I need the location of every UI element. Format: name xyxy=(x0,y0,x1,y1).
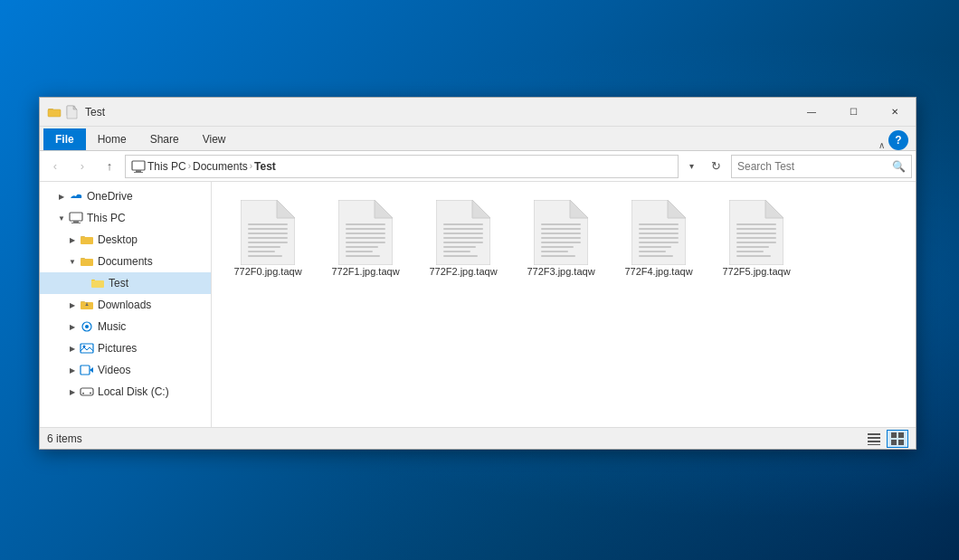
status-count: 6 items xyxy=(47,432,863,445)
path-computer-icon xyxy=(131,159,146,174)
svg-rect-21 xyxy=(91,280,104,288)
nav-expand-desktop[interactable]: ▶ xyxy=(65,233,80,247)
onedrive-icon xyxy=(69,189,83,204)
file-item-5[interactable]: 772F5.jpg.taqw xyxy=(711,193,802,285)
pc-icon xyxy=(69,211,83,225)
nav-item-downloads[interactable]: ▶ Downloads xyxy=(40,294,211,316)
nav-expand-documents[interactable]: ▼ xyxy=(65,254,80,269)
svg-rect-72 xyxy=(541,246,574,248)
file-label-1: 772F1.jpg.taqw xyxy=(331,265,399,278)
path-documents: Documents › xyxy=(193,160,252,173)
nav-expand-music[interactable]: ▶ xyxy=(65,319,80,334)
svg-point-27 xyxy=(85,325,89,328)
svg-rect-64 xyxy=(443,255,478,257)
nav-expand-pictures[interactable]: ▶ xyxy=(65,341,80,356)
tab-file[interactable]: File xyxy=(43,128,86,150)
tab-home[interactable]: Home xyxy=(86,128,138,150)
file-label-2: 772F2.jpg.taqw xyxy=(429,265,497,278)
nav-item-documents[interactable]: ▼ Documents xyxy=(40,251,211,272)
path-thispc: This PC › xyxy=(147,160,191,173)
svg-rect-33 xyxy=(82,393,84,394)
svg-rect-62 xyxy=(443,246,476,248)
localdisk-icon xyxy=(80,384,94,399)
svg-rect-87 xyxy=(736,223,776,225)
file-item-2[interactable]: 772F2.jpg.taqw xyxy=(418,193,508,285)
svg-marker-36 xyxy=(277,200,295,218)
ribbon-expand-icon[interactable]: ∧ xyxy=(875,140,888,150)
svg-rect-92 xyxy=(736,246,769,248)
nav-item-test[interactable]: ▶ Test xyxy=(40,272,211,294)
nav-item-localdisk[interactable]: ▶ Local Disk (C:) xyxy=(40,381,211,403)
svg-rect-61 xyxy=(443,242,483,243)
nav-label-music: Music xyxy=(98,320,126,333)
tab-view[interactable]: View xyxy=(191,128,238,150)
svg-rect-42 xyxy=(248,246,280,248)
svg-rect-91 xyxy=(736,242,776,243)
svg-rect-44 xyxy=(248,255,282,257)
file-item-1[interactable]: 772F1.jpg.taqw xyxy=(320,193,411,285)
large-icons-view-button[interactable] xyxy=(887,430,908,448)
nav-expand-videos[interactable]: ▶ xyxy=(65,363,80,377)
svg-rect-67 xyxy=(541,223,581,225)
file-item-0[interactable]: 772F0.jpg.taqw xyxy=(223,193,313,285)
svg-rect-43 xyxy=(248,251,275,252)
svg-rect-38 xyxy=(248,228,288,230)
svg-rect-40 xyxy=(248,237,288,239)
address-bar: ‹ › ↑ This PC › Documents › Test ▾ ↻ xyxy=(40,151,916,182)
svg-rect-74 xyxy=(541,255,575,257)
forward-button[interactable]: › xyxy=(71,155,94,178)
nav-item-pictures[interactable]: ▶ Pictures xyxy=(40,337,211,359)
nav-label-thispc: This PC xyxy=(87,212,126,224)
file-item-3[interactable]: 772F3.jpg.taqw xyxy=(516,193,606,285)
svg-marker-56 xyxy=(472,200,490,218)
path-test: Test xyxy=(254,160,276,173)
nav-item-music[interactable]: ▶ Music xyxy=(40,316,211,337)
svg-rect-58 xyxy=(443,228,483,230)
file-icon-3 xyxy=(534,200,588,265)
nav-item-thispc[interactable]: ▼ This PC xyxy=(40,207,211,229)
minimize-button[interactable]: — xyxy=(791,98,832,127)
nav-item-videos[interactable]: ▶ Videos xyxy=(40,359,211,381)
up-button[interactable]: ↑ xyxy=(98,155,121,178)
file-icon-0 xyxy=(241,200,295,265)
tab-share[interactable]: Share xyxy=(138,128,191,150)
nav-item-desktop[interactable]: ▶ Desktop xyxy=(40,229,211,251)
address-dropdown[interactable]: ▾ xyxy=(682,155,700,178)
nav-expand-downloads[interactable]: ▶ xyxy=(65,298,80,312)
refresh-button[interactable]: ↻ xyxy=(704,155,727,178)
path-chevron-1: › xyxy=(188,161,191,171)
search-input[interactable] xyxy=(737,160,888,173)
search-icon[interactable]: 🔍 xyxy=(892,160,906,173)
nav-expand-localdisk[interactable]: ▶ xyxy=(65,384,80,399)
svg-rect-71 xyxy=(541,242,581,243)
help-button[interactable]: ? xyxy=(888,130,908,150)
svg-rect-10 xyxy=(132,161,145,170)
svg-rect-101 xyxy=(891,440,897,445)
ribbon-tabs: File Home Share View ∧ ? xyxy=(40,127,916,150)
address-path[interactable]: This PC › Documents › Test xyxy=(125,155,679,178)
maximize-button[interactable]: ☐ xyxy=(832,98,874,127)
nav-expand-onedrive[interactable]: ▶ xyxy=(54,189,69,204)
file-item-4[interactable]: 772F4.jpg.taqw xyxy=(613,193,704,285)
svg-rect-102 xyxy=(898,440,904,445)
nav-item-onedrive[interactable]: ▶ OneDrive xyxy=(40,185,211,207)
svg-rect-52 xyxy=(346,246,378,248)
svg-rect-77 xyxy=(639,223,679,225)
svg-rect-41 xyxy=(248,242,288,243)
svg-marker-76 xyxy=(668,200,686,218)
close-button[interactable]: ✕ xyxy=(874,98,916,127)
title-app-icon xyxy=(65,105,80,119)
svg-rect-1 xyxy=(48,109,61,117)
details-view-icon xyxy=(867,432,881,446)
nav-label-downloads: Downloads xyxy=(98,299,151,311)
nav-expand-thispc[interactable]: ▼ xyxy=(54,211,69,225)
nav-label-test: Test xyxy=(109,277,128,289)
back-button[interactable]: ‹ xyxy=(43,155,67,178)
pictures-icon xyxy=(80,341,94,356)
file-label-4: 772F4.jpg.taqw xyxy=(624,265,692,278)
svg-rect-83 xyxy=(639,251,666,252)
svg-rect-15 xyxy=(71,223,81,223)
svg-rect-89 xyxy=(736,233,776,234)
file-label-3: 772F3.jpg.taqw xyxy=(527,265,594,278)
details-view-button[interactable] xyxy=(863,430,885,448)
